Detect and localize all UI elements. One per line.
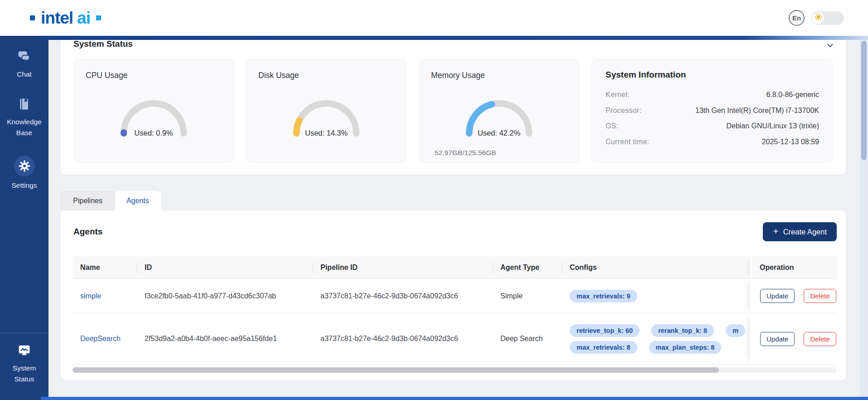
config-badge: retrieve_top_k: 60 — [570, 324, 640, 337]
update-button[interactable]: Update — [760, 332, 795, 346]
config-badge-line: max_retrievals: 9 — [570, 290, 637, 302]
agents-panel: Agents + Create Agent NameIDPipeline IDA… — [61, 210, 846, 380]
pipeline-id-cell: a3737c81-b27e-46c2-9d3b-0674a092d3c6 — [313, 279, 493, 313]
sidebar-item-label: Knowledge Base — [3, 117, 46, 138]
sysinfo-label: Kernel: — [606, 91, 630, 99]
sysinfo-row: Current time:2025-12-13 08:59 — [606, 134, 819, 150]
agent-type-cell: Deep Search — [493, 313, 562, 364]
bottom-accent-bar — [41, 397, 868, 400]
config-badge: max_plan_steps: 8 — [649, 341, 722, 354]
agent-type-cell: Simple — [493, 279, 562, 313]
logo-ai-text: ai — [77, 9, 90, 27]
sidebar-item-settings[interactable]: Settings — [0, 156, 48, 191]
sysinfo-label: OS: — [606, 122, 618, 130]
name-cell: simple — [73, 279, 137, 313]
sysinfo-value: Debian GNU/Linux 13 (trixie) — [726, 122, 819, 130]
theme-toggle-knob[interactable] — [812, 12, 824, 24]
logo-intel-text: intel — [41, 9, 73, 27]
book-icon — [18, 97, 31, 113]
operation-cell: UpdateDelete — [750, 313, 837, 364]
sun-icon — [815, 13, 822, 23]
configs-cell: retrieve_top_k: 60rerank_top_k: 8mmax_re… — [562, 313, 750, 364]
create-agent-button[interactable]: + Create Agent — [763, 222, 837, 241]
memory-detail-label: 52.97GB/125.56GB — [435, 149, 496, 157]
theme-toggle[interactable] — [811, 11, 844, 25]
config-badge: rerank_top_k: 8 — [651, 324, 714, 337]
configs-cell: max_retrievals: 9 — [562, 279, 750, 313]
sysinfo-label: Processor: — [606, 107, 641, 115]
top-header: intelai En — [0, 0, 868, 36]
agent-name-link[interactable]: DeepSearch — [80, 335, 121, 343]
tab-bar: PipelinesAgents — [61, 191, 161, 210]
system-information-card: System Information Kernel:6.8.0-86-gener… — [592, 59, 833, 163]
vertical-scrollbar-thumb[interactable] — [861, 41, 867, 160]
table-body: simplef3ce2fb0-5aab-41f0-a977-d43cd6c307… — [73, 279, 837, 365]
sidebar-item-chat[interactable]: Chat — [0, 49, 48, 80]
create-agent-label: Create Agent — [783, 228, 827, 236]
gear-icon — [14, 156, 35, 176]
gauge-card-disk-usage: Disk UsageUsed: 14.3% — [246, 59, 407, 163]
sidebar-item-system-status[interactable]: System Status — [0, 343, 48, 385]
pipeline-id-cell: a3737c81-b27e-46c2-9d3b-0674a092d3c6 — [313, 313, 493, 364]
system-information-title: System Information — [606, 70, 819, 80]
sysinfo-value: 13th Gen Intel(R) Core(TM) i7-13700K — [695, 107, 819, 115]
config-badge-line: max_retrievals: 8max_plan_steps: 8 — [570, 341, 721, 354]
id-cell: 2f53d9a2-a0b4-4b0f-aeec-ae95a156fde1 — [137, 313, 313, 364]
config-badge-line: retrieve_top_k: 60rerank_top_k: 8m — [570, 324, 745, 337]
intel-ai-logo: intelai — [30, 10, 101, 26]
table-header: NameIDPipeline IDAgent TypeConfigsOperat… — [73, 256, 837, 279]
update-button[interactable]: Update — [760, 289, 795, 303]
plus-icon: + — [773, 226, 778, 237]
app-window: intelai En ChatKnowledge BaseSettingsSys… — [0, 0, 868, 400]
sysinfo-value: 6.8.0-86-generic — [766, 91, 819, 99]
sysinfo-value: 2025-12-13 08:59 — [762, 138, 819, 146]
gauge-title: CPU Usage — [86, 71, 127, 80]
vertical-scrollbar[interactable] — [860, 40, 868, 400]
column-header-pipeline-id: Pipeline ID — [313, 256, 493, 278]
tab-pipelines[interactable]: Pipelines — [61, 191, 115, 210]
monitor-icon — [17, 343, 31, 359]
gauge-used-label: Used: 14.3% — [247, 129, 406, 137]
column-header-operation: Operation — [750, 256, 837, 278]
name-cell: DeepSearch — [73, 313, 137, 364]
sidebar-divider — [0, 333, 48, 333]
logo-text: intelai — [41, 10, 90, 26]
horizontal-scrollbar[interactable] — [73, 367, 837, 373]
agent-name-link[interactable]: simple — [80, 292, 101, 300]
system-status-card: System Status CPU UsageUsed: 0.9%Disk Us… — [61, 40, 846, 175]
sidebar-item-label: Chat — [3, 69, 46, 80]
delete-button[interactable]: Delete — [804, 289, 836, 303]
delete-button[interactable]: Delete — [804, 332, 836, 346]
operation-cell: UpdateDelete — [750, 279, 837, 313]
chevron-down-icon[interactable] — [826, 42, 834, 51]
logo-left-square-icon — [30, 15, 35, 20]
table-row: simplef3ce2fb0-5aab-41f0-a977-d43cd6c307… — [73, 279, 837, 313]
agents-table: NameIDPipeline IDAgent TypeConfigsOperat… — [73, 256, 837, 365]
chat-icon — [17, 49, 32, 65]
sidebar-nav: ChatKnowledge BaseSettingsSystem Status — [0, 36, 48, 400]
sysinfo-rows: Kernel:6.8.0-86-genericProcessor:13th Ge… — [606, 87, 819, 150]
gauge-title: Disk Usage — [258, 71, 299, 80]
config-badge: max_retrievals: 9 — [570, 290, 637, 302]
sysinfo-row: Kernel:6.8.0-86-generic — [606, 87, 819, 103]
gauge-card-cpu-usage: CPU UsageUsed: 0.9% — [73, 59, 234, 163]
horizontal-scrollbar-thumb[interactable] — [73, 367, 719, 373]
tab-agents[interactable]: Agents — [115, 191, 161, 210]
id-cell: f3ce2fb0-5aab-41f0-a977-d43cd6c307ab — [137, 279, 313, 313]
config-badge: max_retrievals: 8 — [570, 341, 637, 354]
sidebar-item-knowledge-base[interactable]: Knowledge Base — [0, 97, 48, 138]
header-actions: En — [789, 10, 844, 26]
agents-panel-header: Agents + Create Agent — [61, 210, 846, 241]
system-status-title: System Status — [73, 40, 833, 50]
sidebar-item-label: Settings — [3, 180, 46, 191]
language-button[interactable]: En — [789, 10, 805, 26]
table-row: DeepSearch2f53d9a2-a0b4-4b0f-aeec-ae95a1… — [73, 313, 837, 365]
column-header-id: ID — [137, 256, 313, 278]
sidebar-item-label: System Status — [3, 363, 46, 385]
sysinfo-label: Current time: — [606, 138, 649, 146]
column-header-configs: Configs — [562, 256, 750, 278]
top-accent-bar — [41, 36, 868, 40]
gauge-used-label: Used: 42.2% — [419, 129, 579, 137]
sysinfo-row: OS:Debian GNU/Linux 13 (trixie) — [606, 118, 819, 134]
gauge-row: CPU UsageUsed: 0.9%Disk UsageUsed: 14.3%… — [73, 59, 833, 163]
